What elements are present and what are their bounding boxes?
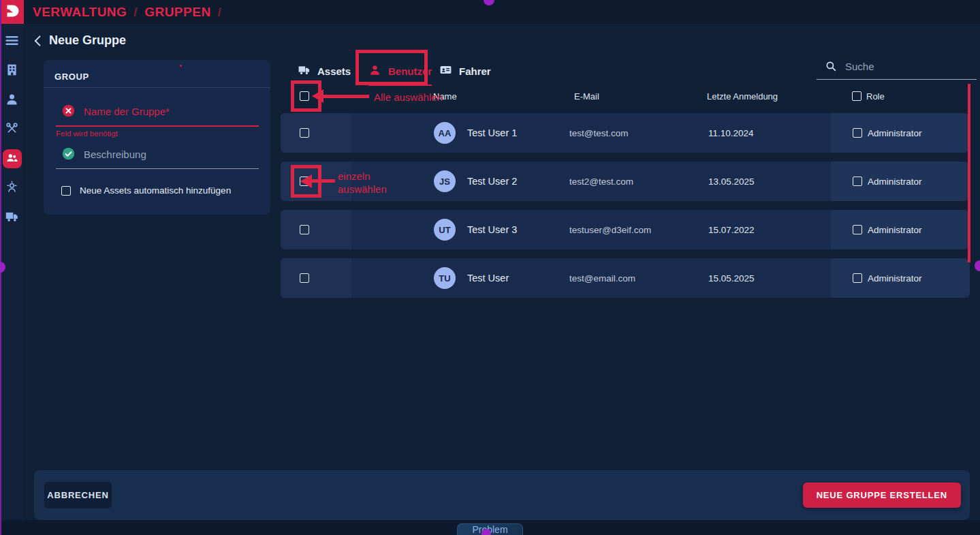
user-last-login: 15.07.2022 [708,210,755,249]
sidebar-item-users[interactable] [3,91,22,110]
row-checkbox[interactable] [300,273,309,283]
table-row[interactable]: TU Test User test@email.com 15.05.2025 A… [281,258,970,298]
person-icon [368,63,381,78]
error-circle-icon [62,104,75,117]
breadcrumb-separator: / [218,5,222,20]
user-email: test@email.com [569,258,635,298]
row-checkbox-cell [281,113,351,153]
tab-benutzer[interactable]: Benutzer [368,63,432,86]
column-header-last-login: Letzte Anmeldung [707,91,778,102]
group-panel-title: GROUP [54,72,89,82]
groups-icon [5,151,19,168]
breadcrumb-separator: / [133,5,138,20]
driver-training-icon [5,180,19,197]
tab-fahrer[interactable]: Fahrer [439,63,491,85]
tab-assets[interactable]: Assets [298,63,351,85]
row-checkbox[interactable] [300,177,309,186]
chevron-left-icon [31,38,45,50]
auto-add-assets-checkbox[interactable] [61,186,71,196]
table-row[interactable]: JS Test User 2 test2@test.com 13.05.2025… [281,162,970,201]
role-cell: Administrator [831,258,970,298]
column-header-role: Role [866,91,885,102]
avatar: AA [434,122,456,144]
role-label: Administrator [868,258,922,298]
building-icon [5,63,19,80]
divider [44,87,270,88]
tab-assets-label: Assets [317,65,351,77]
row-checkbox[interactable] [300,128,309,138]
table-row[interactable]: UT Test User 3 testuser@d3eif.com 15.07.… [281,210,970,249]
avatar: TU [434,267,456,289]
annotation-arrowhead [312,89,323,103]
purple-dot-bottom [481,529,491,535]
sidebar-item-driver-training[interactable] [3,179,22,198]
sidebar-item-tools[interactable] [3,120,22,139]
annotation-label-select-all: Alle auswählen [374,91,443,104]
auto-add-assets-label: Neue Assets automatisch hinzufügen [80,185,231,196]
purple-dot-right [975,260,980,271]
group-panel: GROUP Name der Gruppe* Feld wird benötig… [44,60,270,215]
search-input[interactable] [845,58,961,74]
page-title: Neue Gruppe [49,33,126,48]
row-checkbox-cell [281,258,351,298]
role-cell: Administrator [831,162,970,201]
group-name-underline [56,125,259,127]
user-name: Test User [467,258,509,298]
sidebar-item-groups[interactable] [3,149,22,168]
page-heading: Neue Gruppe [31,33,126,48]
column-header-email: E-Mail [574,91,599,102]
create-group-button[interactable]: NEUE GRUPPE ERSTELLEN [803,483,961,508]
app-window: VERWALTUNG / GRUPPEN / [0,0,980,535]
app-logo[interactable] [0,0,24,24]
cancel-button[interactable]: ABBRECHEN [44,482,112,508]
row-checkbox-cell [281,162,351,201]
breadcrumb-page[interactable]: GRUPPEN [144,5,210,20]
tab-benutzer-label: Benutzer [388,65,432,77]
truck-icon [5,209,19,226]
truck-icon [298,63,311,78]
role-label: Administrator [868,162,922,201]
red-dot-marker [180,65,182,67]
role-label: Administrator [868,113,922,153]
tab-fahrer-label: Fahrer [459,65,491,77]
table-row[interactable]: AA Test User 1 test@test.com 11.10.2024 … [281,113,970,153]
role-header-checkbox[interactable] [852,91,862,101]
sidebar-item-company[interactable] [3,61,22,80]
back-button[interactable] [31,34,45,48]
role-cell: Administrator [831,210,970,249]
group-name-error: Feld wird benötigt [56,129,118,138]
breadcrumb-section[interactable]: VERWALTUNG [33,5,127,20]
auto-add-assets-row: Neue Assets automatisch hinzufügen [61,185,231,196]
user-email: test@test.com [569,113,628,153]
breadcrumb: VERWALTUNG / GRUPPEN / [33,0,221,24]
annotation-arrow-line [323,95,369,98]
search-underline [817,79,977,80]
sidebar [0,24,24,535]
user-last-login: 13.05.2025 [708,162,755,201]
tools-icon [5,121,19,138]
user-email: testuser@d3eif.com [569,210,651,249]
role-label: Administrator [868,210,922,249]
row-checkbox[interactable] [300,225,309,234]
role-checkbox[interactable] [853,177,862,186]
search-icon [825,60,837,72]
role-checkbox[interactable] [853,225,862,234]
column-header-name: Name [433,91,457,102]
check-circle-icon [62,147,75,160]
sidebar-item-menu[interactable] [3,32,22,51]
group-description-underline [56,168,259,169]
avatar: JS [434,170,456,192]
person-icon [5,92,19,109]
select-all-checkbox[interactable] [300,91,309,101]
group-description-field[interactable]: Beschreibung [84,149,146,160]
sidebar-item-vehicles[interactable] [3,208,22,227]
role-checkbox[interactable] [853,273,862,283]
role-checkbox[interactable] [853,128,862,138]
id-card-icon [439,63,452,78]
logo-icon [4,3,20,22]
user-name: Test User 2 [467,162,517,201]
footer-action-bar: ABBRECHEN NEUE GRUPPE ERSTELLEN [34,470,970,520]
role-cell: Administrator [831,113,970,153]
group-name-field[interactable]: Name der Gruppe* [84,106,170,117]
user-name: Test User 3 [467,210,517,249]
